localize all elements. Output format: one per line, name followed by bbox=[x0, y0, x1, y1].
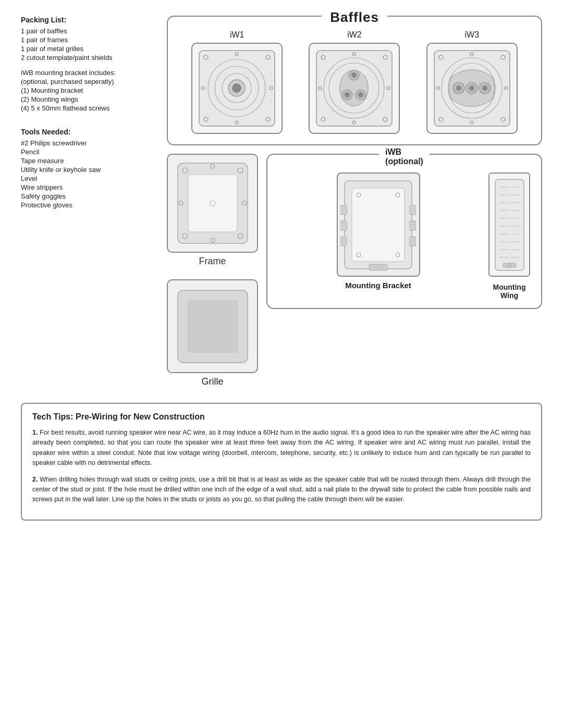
grille-box bbox=[167, 279, 258, 373]
mounting-wing-col: MountingWing bbox=[486, 172, 533, 300]
grille-label: Grille bbox=[201, 376, 223, 387]
svg-point-47 bbox=[482, 85, 487, 91]
mounting-bracket-label: Mounting Bracket bbox=[345, 281, 411, 290]
iwb-line: (4) 5 x 50mm flathead screws bbox=[21, 104, 156, 112]
list-item: Utility knife or keyhole saw bbox=[21, 166, 156, 174]
baffle-label-iw1: iW1 bbox=[230, 30, 244, 40]
frame-box bbox=[167, 154, 258, 253]
tech-tips-section: Tech Tips: Pre-Wiring for New Constructi… bbox=[21, 403, 542, 521]
iwb-line: (optional, purchased seperatly) bbox=[21, 78, 156, 85]
right-panel: Baffles iW1 bbox=[167, 16, 542, 387]
list-item: Level bbox=[21, 175, 156, 182]
baffle-box-iw3 bbox=[426, 43, 518, 134]
svg-rect-66 bbox=[410, 205, 416, 215]
list-item: #2 Philips screwdriver bbox=[21, 139, 156, 147]
baffles-section: Baffles iW1 bbox=[167, 16, 542, 145]
svg-rect-73 bbox=[369, 264, 387, 270]
baffles-title: Baffles bbox=[322, 9, 387, 26]
para-2-number: 2. bbox=[32, 476, 38, 483]
list-item: 1 pair of metal grilles bbox=[21, 45, 156, 53]
baffle-item-iw2: iW2 bbox=[309, 30, 400, 134]
svg-rect-60 bbox=[188, 301, 237, 352]
iwb-line: (2) Mounting wings bbox=[21, 95, 156, 103]
svg-point-45 bbox=[456, 85, 461, 91]
svg-rect-62 bbox=[352, 188, 405, 262]
iwb-content: Mounting Bracket bbox=[276, 172, 533, 300]
para-1-text: For best results, avoid running speaker … bbox=[32, 429, 531, 466]
tools-list: #2 Philips screwdriver Pencil Tape measu… bbox=[21, 139, 156, 209]
left-panel: Packing List: 1 pair of baffles 1 pair o… bbox=[21, 16, 156, 387]
iwb-line: iWB mounting bracket includes: bbox=[21, 69, 156, 77]
svg-point-46 bbox=[469, 85, 474, 91]
svg-rect-74 bbox=[495, 179, 524, 270]
para-1-number: 1. bbox=[32, 429, 38, 436]
tech-tips-heading: Tech Tips: Pre-Wiring for New Constructi… bbox=[32, 412, 531, 422]
baffle-box-iw1 bbox=[191, 43, 283, 134]
list-item: 1 pair of frames bbox=[21, 36, 156, 44]
iwb-section: iWB(optional) bbox=[266, 154, 542, 309]
frame-grille-col: Frame Grill bbox=[167, 154, 258, 387]
grille-diagram bbox=[174, 286, 252, 367]
svg-point-30 bbox=[358, 92, 363, 97]
para-2-text: When drilling holes through wall studs o… bbox=[32, 476, 531, 503]
baffle-box-iw2 bbox=[309, 43, 400, 134]
list-item: 1 pair of baffles bbox=[21, 27, 156, 35]
packing-list-heading: Packing List: bbox=[21, 16, 156, 24]
mounting-bracket-box bbox=[337, 172, 420, 277]
svg-rect-67 bbox=[410, 221, 416, 230]
iw2-diagram bbox=[314, 48, 395, 129]
list-item: 2 cutout template/paint shields bbox=[21, 54, 156, 61]
baffle-label-iw3: iW3 bbox=[465, 30, 480, 40]
iwb-line: (1) Mounting bracket bbox=[21, 87, 156, 94]
tools-needed-heading: Tools Needed: bbox=[21, 128, 156, 136]
baffle-item-iw3: iW3 bbox=[426, 30, 518, 134]
svg-point-28 bbox=[351, 72, 357, 78]
svg-rect-68 bbox=[410, 237, 416, 246]
page-layout: Packing List: 1 pair of baffles 1 pair o… bbox=[21, 16, 542, 521]
packing-list: Packing List: 1 pair of baffles 1 pair o… bbox=[21, 16, 156, 112]
frame-diagram bbox=[174, 159, 252, 248]
mounting-bracket-diagram bbox=[340, 177, 416, 273]
top-section: Packing List: 1 pair of baffles 1 pair o… bbox=[21, 16, 542, 387]
list-item: Safety goggles bbox=[21, 192, 156, 200]
list-item: Pencil bbox=[21, 148, 156, 156]
iw1-diagram bbox=[197, 48, 277, 129]
packing-list-items: 1 pair of baffles 1 pair of frames 1 pai… bbox=[21, 27, 156, 61]
iw3-diagram bbox=[432, 48, 512, 129]
iwb-title: iWB(optional) bbox=[379, 147, 430, 166]
baffles-row: iW1 bbox=[178, 30, 531, 134]
baffle-item-iw1: iW1 bbox=[191, 30, 283, 134]
mounting-wing-label: MountingWing bbox=[493, 283, 526, 300]
list-item: Wire strippers bbox=[21, 183, 156, 191]
svg-point-29 bbox=[345, 92, 350, 97]
tools-needed: Tools Needed: #2 Philips screwdriver Pen… bbox=[21, 128, 156, 209]
svg-rect-65 bbox=[340, 237, 347, 246]
baffle-label-iw2: iW2 bbox=[347, 30, 362, 40]
mounting-wing-diagram bbox=[493, 177, 527, 273]
svg-rect-63 bbox=[340, 205, 347, 215]
frame-label: Frame bbox=[199, 256, 226, 267]
mounting-wing-box bbox=[488, 172, 530, 277]
list-item: Protective gloves bbox=[21, 201, 156, 209]
svg-rect-64 bbox=[340, 221, 347, 230]
svg-rect-57 bbox=[188, 175, 237, 232]
tech-tips-para-1: 1. For best results, avoid running speak… bbox=[32, 428, 531, 468]
tech-tips-para-2: 2. When drilling holes through wall stud… bbox=[32, 475, 531, 505]
mounting-bracket-col: Mounting Bracket bbox=[276, 172, 481, 300]
list-item: Tape measure bbox=[21, 157, 156, 165]
svg-point-13 bbox=[232, 84, 241, 92]
iwb-lines: iWB mounting bracket includes: (optional… bbox=[21, 69, 156, 112]
middle-section: Frame Grill bbox=[167, 154, 542, 387]
